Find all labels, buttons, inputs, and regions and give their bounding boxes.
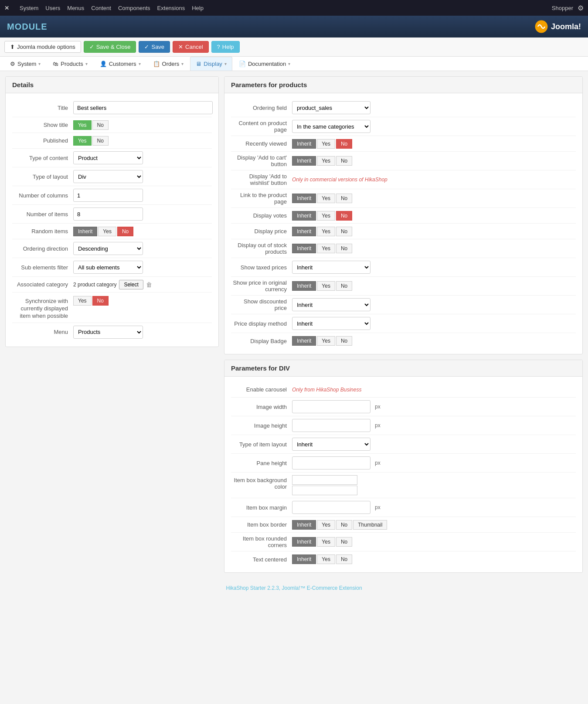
help-button[interactable]: ? Help xyxy=(211,41,240,53)
nav-help[interactable]: Help xyxy=(192,5,204,11)
stock-no[interactable]: No xyxy=(336,244,352,253)
user-link[interactable]: Shopper xyxy=(552,5,573,11)
border-yes[interactable]: Yes xyxy=(317,520,335,530)
price-display-select[interactable]: Inherit Default Custom xyxy=(292,317,370,330)
show-title-no[interactable]: No xyxy=(92,120,109,130)
nav-system[interactable]: System xyxy=(20,5,38,11)
votes-inherit[interactable]: Inherit xyxy=(292,211,316,221)
num-items-input[interactable] xyxy=(73,207,143,221)
price-inherit[interactable]: Inherit xyxy=(292,227,316,236)
menu-select[interactable]: Products All Home xyxy=(73,326,143,339)
price-yes[interactable]: Yes xyxy=(317,227,335,236)
price-no[interactable]: No xyxy=(336,227,352,236)
select-button[interactable]: Select xyxy=(119,280,143,289)
text-center-no[interactable]: No xyxy=(336,554,352,564)
ordering-direction-control: Descending Ascending xyxy=(73,242,212,255)
cancel-button[interactable]: ✕ Cancel xyxy=(173,41,208,53)
settings-icon[interactable]: ⚙ xyxy=(578,4,584,12)
published-no[interactable]: No xyxy=(92,136,109,146)
title-label: Title xyxy=(12,105,73,111)
nav-item-documentation[interactable]: 📄 Documentation ▾ xyxy=(233,57,296,71)
item-layout-select[interactable]: Inherit Default Custom xyxy=(292,438,370,451)
display-price-control: Inherit Yes No xyxy=(292,227,576,236)
nav-item-orders[interactable]: 📋 Orders ▾ xyxy=(147,57,190,71)
nav-extensions[interactable]: Extensions xyxy=(157,5,185,11)
pane-height-input[interactable] xyxy=(292,456,370,469)
rounded-inherit[interactable]: Inherit xyxy=(292,537,316,547)
nav-item-system[interactable]: ⚙ System ▾ xyxy=(4,57,46,71)
image-width-input[interactable] xyxy=(292,400,370,413)
border-thumbnail[interactable]: Thumbnail xyxy=(353,520,387,530)
enable-carousel-control: Only from HikaShop Business xyxy=(292,387,576,393)
check-icon: ✓ xyxy=(89,44,94,50)
ordering-direction-select[interactable]: Descending Ascending xyxy=(73,242,143,255)
sync-no[interactable]: No xyxy=(92,296,109,306)
votes-no[interactable]: No xyxy=(336,211,352,221)
stock-yes[interactable]: Yes xyxy=(317,244,335,253)
image-height-input[interactable] xyxy=(292,419,370,432)
random-yes[interactable]: Yes xyxy=(98,227,116,236)
published-label: Published xyxy=(12,137,73,144)
associated-category-control: 2 product category Select 🗑 xyxy=(73,280,212,289)
color-box-1[interactable] xyxy=(292,475,357,485)
trash-icon[interactable]: 🗑 xyxy=(146,281,152,288)
title-input[interactable] xyxy=(73,101,213,114)
votes-yes[interactable]: Yes xyxy=(317,211,335,221)
border-inherit[interactable]: Inherit xyxy=(292,520,316,530)
link-inherit[interactable]: Inherit xyxy=(292,194,316,203)
link-product-label: Link to the product page xyxy=(231,192,292,205)
badge-yes[interactable]: Yes xyxy=(317,336,335,346)
details-panel: Details Title Show title Yes No xyxy=(5,76,219,347)
type-layout-select[interactable]: Div List Table xyxy=(73,170,143,183)
link-yes[interactable]: Yes xyxy=(317,194,335,203)
stock-inherit[interactable]: Inherit xyxy=(292,244,316,253)
color-box-2[interactable] xyxy=(292,486,357,495)
content-product-select[interactable]: In the same categories All products None xyxy=(292,120,370,133)
sub-elements-control: All sub elements Direct children only xyxy=(73,261,212,274)
sync-row: Synchronize with currently displayed ite… xyxy=(12,292,212,323)
rounded-no[interactable]: No xyxy=(336,537,352,547)
ordering-field-select[interactable]: product_sales product_name product_price xyxy=(292,101,370,114)
badge-no[interactable]: No xyxy=(336,336,352,346)
random-no[interactable]: No xyxy=(117,227,133,236)
cart-inherit[interactable]: Inherit xyxy=(292,156,316,166)
rounded-corners-control: Inherit Yes No xyxy=(292,537,576,547)
badge-inherit[interactable]: Inherit xyxy=(292,336,316,346)
text-center-yes[interactable]: Yes xyxy=(317,554,335,564)
nav-item-products[interactable]: 🛍 Products ▾ xyxy=(47,57,93,71)
orig-yes[interactable]: Yes xyxy=(317,281,335,291)
save-button[interactable]: ✓ Save xyxy=(139,41,170,53)
rounded-yes[interactable]: Yes xyxy=(317,537,335,547)
num-columns-input[interactable] xyxy=(73,189,143,202)
show-title-yes[interactable]: Yes xyxy=(73,120,92,130)
cart-no[interactable]: No xyxy=(336,156,352,166)
item-margin-input[interactable] xyxy=(292,501,370,514)
sync-yes[interactable]: Yes xyxy=(73,296,92,306)
joomla-options-button[interactable]: ⬆ Joomla module options xyxy=(4,41,81,53)
taxed-prices-select[interactable]: Inherit Yes No xyxy=(292,261,370,274)
nav-menus[interactable]: Menus xyxy=(67,5,84,11)
text-center-inherit[interactable]: Inherit xyxy=(292,554,316,564)
cart-yes[interactable]: Yes xyxy=(317,156,335,166)
price-original-toggle: Inherit Yes No xyxy=(292,281,352,291)
save-close-button[interactable]: ✓ Save & Close xyxy=(84,41,136,53)
link-product-row: Link to the product page Inherit Yes No xyxy=(231,189,576,208)
discounted-price-select[interactable]: Inherit Yes No xyxy=(292,298,370,311)
recently-yes[interactable]: Yes xyxy=(317,139,335,149)
nav-components[interactable]: Components xyxy=(118,5,150,11)
nav-item-display[interactable]: 🖥 Display ▾ xyxy=(190,57,232,71)
orig-no[interactable]: No xyxy=(336,281,352,291)
orig-inherit[interactable]: Inherit xyxy=(292,281,316,291)
nav-content[interactable]: Content xyxy=(91,5,111,11)
joomla-x-icon[interactable]: ✕ xyxy=(4,5,9,11)
recently-inherit[interactable]: Inherit xyxy=(292,139,316,149)
type-content-select[interactable]: Product Category Manufacturer Vendor xyxy=(73,151,143,164)
border-no[interactable]: No xyxy=(336,520,352,530)
nav-item-customers[interactable]: 👤 Customers ▾ xyxy=(94,57,146,71)
recently-no[interactable]: No xyxy=(336,139,352,149)
random-inherit[interactable]: Inherit xyxy=(73,227,97,236)
sub-elements-select[interactable]: All sub elements Direct children only xyxy=(73,261,143,274)
nav-users[interactable]: Users xyxy=(45,5,60,11)
link-no[interactable]: No xyxy=(336,194,352,203)
published-yes[interactable]: Yes xyxy=(73,136,92,146)
